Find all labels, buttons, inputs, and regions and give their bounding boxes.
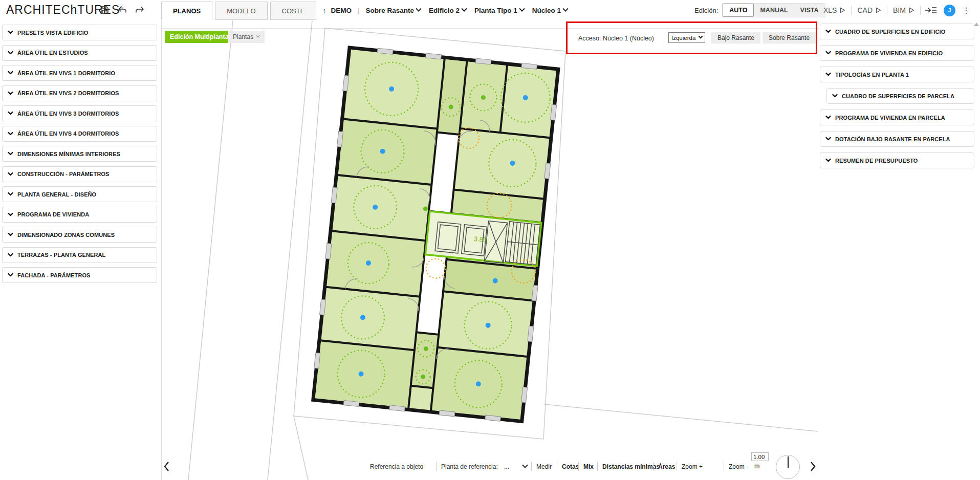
breadcrumb-project[interactable]: DEMO	[331, 7, 352, 14]
panel-label: PROGRAMA DE VIVIENDA EN PARCELA	[835, 115, 945, 121]
divider	[724, 462, 724, 471]
areas-toggle[interactable]: Áreas	[658, 463, 675, 470]
panel-label: CONSTRUCCIÓN - PARÁMETROS	[17, 171, 110, 177]
panel-fachada-parametros[interactable]: FACHADA - PARÁMETROS	[2, 267, 157, 283]
medir-tool[interactable]: Medir	[536, 463, 552, 470]
breadcrumb-item-label: Sobre Rasante	[366, 7, 415, 14]
panel-presets-vista-edificio[interactable]: PRESETS VISTA EDIFICIO	[2, 25, 157, 40]
chevron-down-icon	[8, 151, 13, 156]
avatar[interactable]: J	[944, 5, 955, 16]
divider	[531, 462, 532, 471]
breadcrumb-item-sobre-rasante[interactable]: Sobre Rasante	[366, 7, 421, 14]
sobre-rasante-button[interactable]: Sobre Rasante	[763, 32, 816, 43]
panel-tipologias-en-planta-1[interactable]: TIPOLOGÍAS EN PLANTA 1	[820, 67, 974, 82]
mix-toggle[interactable]: Mix	[583, 463, 594, 470]
bajo-rasante-button[interactable]: Bajo Rasante	[711, 32, 760, 43]
breadcrumb-item-nucleo-1[interactable]: Núcleo 1	[532, 7, 568, 14]
chevron-down-icon	[699, 34, 703, 38]
edition-mode-auto[interactable]: AUTO	[723, 4, 754, 17]
tab-planos[interactable]: PLANOS	[161, 2, 212, 20]
edition-mode-group: AUTOMANUALVISTA	[722, 3, 825, 17]
scale-input[interactable]: 1.00	[751, 452, 769, 461]
breadcrumb-divider: |	[356, 7, 361, 14]
chevron-down-icon	[8, 253, 13, 257]
breadcrumb-item-edificio-2[interactable]: Edificio 2	[429, 7, 466, 14]
panel-label: DIMENSIONES MÍNIMAS INTERIORES	[17, 151, 120, 157]
breadcrumb-item-label: Planta Tipo 1	[474, 7, 517, 14]
panel-cuadro-de-superficies-de-parcela[interactable]: CUADRO DE SUPERFICIES DE PARCELA	[826, 88, 974, 104]
divider	[677, 462, 677, 471]
distancias-minimas-toggle[interactable]: Distancias mínimas	[602, 463, 660, 470]
panel-label: CUADRO DE SUPERFICIES DE PARCELA	[842, 93, 954, 99]
compass[interactable]	[776, 455, 800, 479]
panel-label: ÁREA ÚTIL EN VIVS 1 DORMITORIO	[17, 70, 115, 76]
chevron-down-icon	[8, 273, 13, 277]
chevron-down-icon	[461, 6, 467, 12]
panel-label: RESUMEN DE PRESUPUESTO	[835, 158, 918, 164]
compass-needle	[788, 456, 789, 468]
up-level-icon[interactable]: ↑	[322, 6, 326, 15]
panel-cuadro-de-superficies-en-edificio[interactable]: CUADRO DE SUPERFICIES EN EDIFICIO	[820, 24, 974, 39]
panel-resumen-de-presupuesto[interactable]: RESUMEN DE PRESUPUESTO	[820, 152, 974, 168]
panel-programa-de-vivienda-en-parcela[interactable]: PROGRAMA DE VIVIENDA EN PARCELA	[820, 110, 974, 125]
chevron-down-icon	[519, 6, 525, 12]
panel-label: TIPOLOGÍAS EN PLANTA 1	[835, 72, 909, 78]
divider	[653, 462, 654, 471]
panel-area-util-en-vivs-4-dormitorios[interactable]: ÁREA ÚTIL EN VIVS 4 DORMITORIOS	[2, 126, 157, 142]
panel-area-util-en-vivs-2-dormitorios[interactable]: ÁREA ÚTIL EN VIVS 2 DORMITORIOS	[2, 85, 157, 101]
play-triangle-icon	[876, 7, 881, 13]
panel-label: TERRAZAS - PLANTA GENERAL	[17, 252, 105, 258]
plants-dropdown-button[interactable]: Plantas	[228, 31, 265, 43]
panel-programa-de-vivienda[interactable]: PROGRAMA DE VIVIENDA	[2, 207, 157, 223]
export-bim-button[interactable]: BIM	[887, 6, 920, 14]
acceso-side-select[interactable]: Izquierda	[668, 32, 705, 43]
prev-chevron[interactable]	[163, 461, 170, 472]
chevron-down-icon	[8, 232, 13, 237]
export-xls-button[interactable]: XLS	[818, 6, 851, 14]
breadcrumb-items: Sobre RasanteEdificio 2Planta Tipo 1Núcl…	[366, 7, 568, 14]
floor-plan[interactable]: 3.83	[161, 20, 819, 480]
acceso-label: Acceso: Núcleo 1 (Núcleo)	[578, 35, 654, 42]
panel-programa-de-vivienda-en-edificio[interactable]: PROGRAMA DE VIVIENDA EN EDIFICIO	[820, 45, 974, 61]
panel-label: DOTACIÓN BAJO RASANTE EN PARCELA	[835, 136, 950, 142]
divider	[664, 33, 664, 43]
play-triangle-icon	[840, 7, 845, 13]
chevron-down-icon	[825, 158, 831, 163]
export-cad-button[interactable]: CAD	[852, 6, 887, 14]
undo-icon[interactable]	[118, 6, 127, 14]
chevron-down-icon	[832, 94, 838, 98]
breadcrumb-item-planta-tipo-1[interactable]: Planta Tipo 1	[474, 7, 524, 14]
panel-dimensiones-minimas-interiores[interactable]: DIMENSIONES MÍNIMAS INTERIORES	[2, 146, 157, 162]
play-triangle-icon	[909, 7, 914, 13]
scrollbar-up-arrow[interactable]	[974, 23, 979, 26]
panel-construccion-parametros[interactable]: CONSTRUCCIÓN - PARÁMETROS	[2, 166, 157, 182]
zoom-out-button[interactable]: Zoom -	[729, 463, 748, 470]
panel-dotacion-bajo-rasante-en-parcela[interactable]: DOTACIÓN BAJO RASANTE EN PARCELA	[820, 131, 974, 147]
kebab-menu-icon[interactable]: ⋮	[959, 6, 973, 15]
panel-label: FACHADA - PARÁMETROS	[17, 272, 91, 278]
cotas-toggle[interactable]: Cotas	[562, 463, 579, 470]
zoom-in-button[interactable]: Zoom +	[682, 463, 703, 470]
multiplant-edit-button[interactable]: Edición Multiplanta	[165, 31, 234, 43]
panel-area-util-en-vivs-3-dormitorios[interactable]: ÁREA ÚTIL EN VIVS 3 DORMITORIOS	[2, 105, 157, 121]
panel-area-util-en-estudios[interactable]: ÁREA ÚTIL EN ESTUDIOS	[2, 45, 157, 61]
edition-mode-manual[interactable]: MANUAL	[754, 4, 794, 17]
chevron-down-icon	[825, 51, 831, 55]
redo-icon[interactable]	[135, 6, 144, 14]
panel-label: CUADRO DE SUPERFICIES EN EDIFICIO	[835, 29, 945, 35]
export-label: XLS	[823, 6, 837, 14]
panel-dimensionado-zonas-comunes[interactable]: DIMENSIONADO ZONAS COMUNES	[2, 227, 157, 243]
panel-terrazas-planta-general[interactable]: TERRAZAS - PLANTA GENERAL	[2, 247, 157, 263]
panel-area-util-en-vivs-1-dormitorio[interactable]: ÁREA ÚTIL EN VIVS 1 DORMITORIO	[2, 65, 157, 81]
building: 3.83	[311, 45, 560, 424]
planta-referencia-value[interactable]: ...	[504, 463, 509, 470]
chevron-down-icon	[8, 192, 13, 197]
panel-planta-general-diseno[interactable]: PLANTA GENERAL - DISEÑO	[2, 186, 157, 202]
breadcrumb: ↑ DEMO | Sobre RasanteEdificio 2Planta T…	[322, 0, 568, 20]
tab-coste[interactable]: COSTE	[270, 2, 317, 20]
chevron-down-icon	[8, 212, 13, 217]
next-chevron[interactable]	[810, 461, 816, 472]
tab-modelo[interactable]: MODELO	[215, 2, 267, 20]
open-panel-icon[interactable]	[925, 6, 937, 14]
save-icon[interactable]	[100, 6, 109, 14]
